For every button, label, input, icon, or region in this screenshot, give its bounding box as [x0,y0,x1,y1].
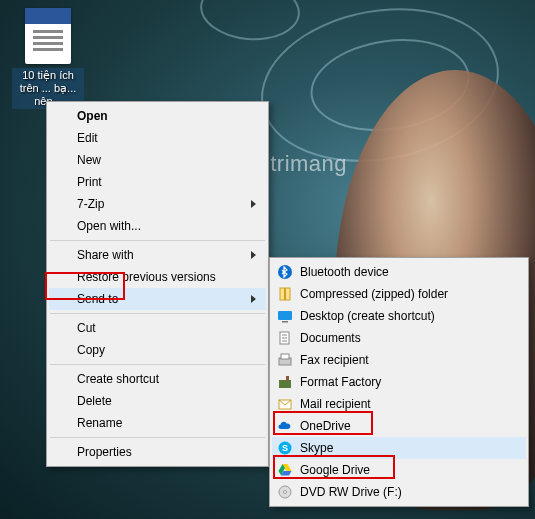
word-doc-icon [25,8,71,64]
fax-icon [277,352,293,368]
menu-edit[interactable]: Edit [49,127,266,149]
menu-share-with[interactable]: Share with [49,244,266,266]
documents-icon [277,330,293,346]
desktop-file-icon[interactable]: 10 tiện ích trên ... bạ... nên... [12,8,84,109]
bluetooth-icon [277,264,293,280]
chevron-right-icon [251,251,256,259]
sendto-dvd[interactable]: DVD RW Drive (F:) [272,481,526,503]
sendto-google-drive[interactable]: Google Drive [272,459,526,481]
sendto-onedrive[interactable]: OneDrive [272,415,526,437]
svg-rect-3 [278,311,292,320]
skype-icon: S [277,440,293,456]
sendto-format-factory[interactable]: Format Factory [272,371,526,393]
svg-rect-11 [279,380,291,388]
chevron-right-icon [251,200,256,208]
svg-rect-10 [281,354,289,359]
context-menu: Open Edit New Print 7-Zip Open with... S… [46,101,269,467]
svg-point-17 [284,491,287,494]
menu-print[interactable]: Print [49,171,266,193]
menu-open[interactable]: Open [49,105,266,127]
menu-restore-versions[interactable]: Restore previous versions [49,266,266,288]
send-to-submenu: Bluetooth device Compressed (zipped) fol… [269,257,529,507]
sendto-desktop-shortcut[interactable]: Desktop (create shortcut) [272,305,526,327]
sendto-skype[interactable]: S Skype [272,437,526,459]
svg-text:S: S [282,443,288,453]
swirl-decor [198,0,303,44]
menu-properties[interactable]: Properties [49,441,266,463]
menu-delete[interactable]: Delete [49,390,266,412]
sendto-compressed[interactable]: Compressed (zipped) folder [272,283,526,305]
dvd-icon [277,484,293,500]
menu-separator [50,313,265,314]
menu-new[interactable]: New [49,149,266,171]
menu-open-with[interactable]: Open with... [49,215,266,237]
svg-rect-12 [286,376,289,381]
onedrive-icon [277,418,293,434]
menu-7zip[interactable]: 7-Zip [49,193,266,215]
menu-separator [50,437,265,438]
menu-send-to[interactable]: Send to [49,288,266,310]
desktop-icon [277,308,293,324]
menu-create-shortcut[interactable]: Create shortcut [49,368,266,390]
google-drive-icon [277,462,293,478]
sendto-fax[interactable]: Fax recipient [272,349,526,371]
menu-separator [50,240,265,241]
menu-copy[interactable]: Copy [49,339,266,361]
menu-rename[interactable]: Rename [49,412,266,434]
mail-icon [277,396,293,412]
menu-separator [50,364,265,365]
format-factory-icon [277,374,293,390]
sendto-bluetooth[interactable]: Bluetooth device [272,261,526,283]
svg-rect-2 [284,288,286,300]
svg-rect-4 [282,321,288,323]
sendto-mail[interactable]: Mail recipient [272,393,526,415]
zip-icon [277,286,293,302]
menu-cut[interactable]: Cut [49,317,266,339]
sendto-documents[interactable]: Documents [272,327,526,349]
chevron-right-icon [251,295,256,303]
